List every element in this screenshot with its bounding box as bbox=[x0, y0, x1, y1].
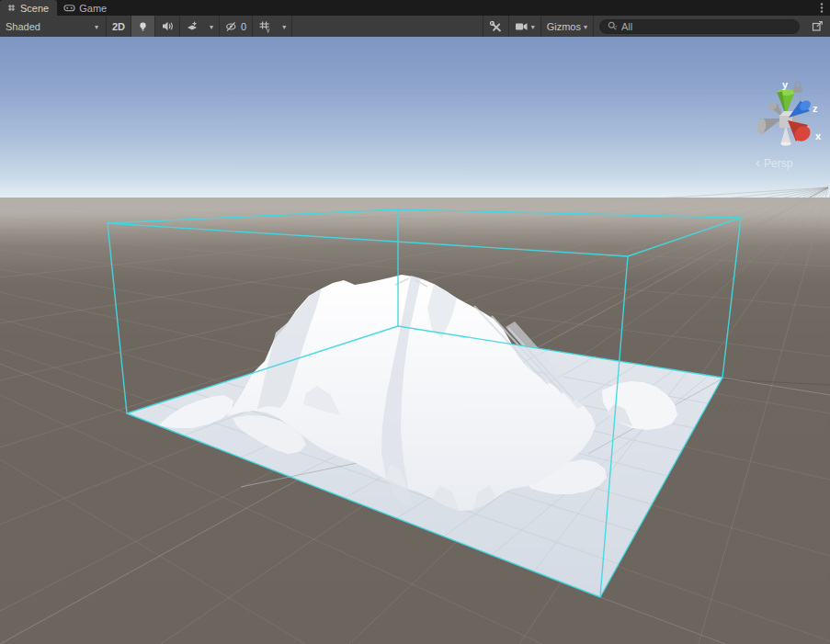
chevron-down-icon: ▾ bbox=[210, 24, 213, 31]
chevron-down-icon: ▾ bbox=[95, 24, 98, 31]
search-icon bbox=[607, 20, 619, 32]
shading-mode-dropdown[interactable]: Shaded ▾ bbox=[0, 16, 107, 37]
projection-label: Persp bbox=[764, 157, 792, 170]
scene-render bbox=[0, 37, 830, 644]
svg-text:y: y bbox=[267, 27, 270, 33]
axis-minus-x-handle[interactable] bbox=[756, 118, 782, 134]
kebab-menu-icon bbox=[817, 2, 826, 14]
tab-scene-label: Scene bbox=[20, 3, 49, 14]
light-bulb-icon bbox=[137, 20, 149, 33]
hidden-count-label: 0 bbox=[241, 21, 246, 32]
gizmos-dropdown[interactable]: Gizmos ▾ bbox=[541, 16, 594, 37]
grid-visibility-button[interactable]: y bbox=[253, 16, 277, 37]
tab-game[interactable]: Game bbox=[57, 0, 115, 16]
scene-viewport[interactable]: y z x ‹ Persp bbox=[0, 37, 830, 644]
horizon-fog bbox=[0, 198, 830, 285]
scene-camera-settings[interactable]: ▾ bbox=[509, 16, 541, 37]
component-tools-button[interactable] bbox=[483, 16, 509, 37]
toggle-2d-button[interactable]: 2D bbox=[107, 16, 131, 37]
search-value: All bbox=[621, 21, 632, 32]
effects-layers-icon bbox=[186, 20, 199, 33]
orientation-gizmo[interactable]: y z x bbox=[747, 78, 830, 156]
axis-y-label: y bbox=[782, 79, 789, 90]
scene-toolbar: Shaded ▾ 2D bbox=[0, 16, 830, 37]
lock-icon[interactable] bbox=[790, 80, 805, 95]
tab-game-label: Game bbox=[79, 3, 107, 14]
chevron-down-icon: ▾ bbox=[584, 24, 587, 31]
scene-grid-icon bbox=[6, 3, 17, 13]
eye-hidden-icon bbox=[225, 20, 238, 33]
tools-icon bbox=[489, 20, 503, 33]
tab-menu-button[interactable] bbox=[813, 0, 830, 16]
scene-effects-dropdown[interactable]: ▾ bbox=[204, 16, 220, 37]
scene-effects-button[interactable] bbox=[180, 16, 204, 37]
chevron-left-icon: ‹ bbox=[756, 155, 760, 169]
grid-overlay-line bbox=[600, 597, 725, 644]
maximize-popout-button[interactable] bbox=[805, 16, 830, 37]
axis-z-label: z bbox=[813, 103, 818, 114]
toolbar-right-group: ▾ Gizmos ▾ All bbox=[483, 16, 830, 37]
axis-x-handle[interactable] bbox=[788, 120, 813, 144]
tab-scene[interactable]: Scene bbox=[0, 0, 57, 16]
popout-icon bbox=[811, 19, 824, 33]
gamepad-icon bbox=[63, 3, 75, 13]
grid-settings-dropdown[interactable]: ▾ bbox=[277, 16, 292, 37]
axis-minus-y-handle[interactable] bbox=[780, 126, 790, 146]
chevron-down-icon: ▾ bbox=[531, 24, 535, 31]
toggle-2d-label: 2D bbox=[112, 21, 125, 32]
axis-x-label: x bbox=[815, 130, 822, 141]
grid-overlay-line bbox=[722, 378, 830, 395]
scene-search-input[interactable]: All bbox=[599, 19, 800, 34]
scene-lighting-button[interactable] bbox=[131, 16, 155, 37]
chevron-down-icon: ▾ bbox=[282, 24, 286, 31]
shading-mode-label: Shaded bbox=[6, 21, 40, 32]
toolbar-left-group: Shaded ▾ 2D bbox=[0, 16, 292, 37]
axis-z-handle[interactable] bbox=[789, 98, 813, 118]
gizmos-label: Gizmos bbox=[547, 21, 581, 32]
tab-bar: Scene Game bbox=[0, 0, 830, 16]
scene-audio-button[interactable] bbox=[155, 16, 180, 37]
camera-icon bbox=[515, 21, 529, 32]
projection-toggle[interactable]: ‹ Persp bbox=[756, 156, 792, 170]
scene-visibility-button[interactable]: 0 bbox=[220, 16, 253, 37]
unity-scene-view: Scene Game Shaded ▾ 2D bbox=[0, 0, 830, 644]
grid-axis-icon: y bbox=[258, 20, 271, 33]
speaker-icon bbox=[161, 20, 174, 32]
